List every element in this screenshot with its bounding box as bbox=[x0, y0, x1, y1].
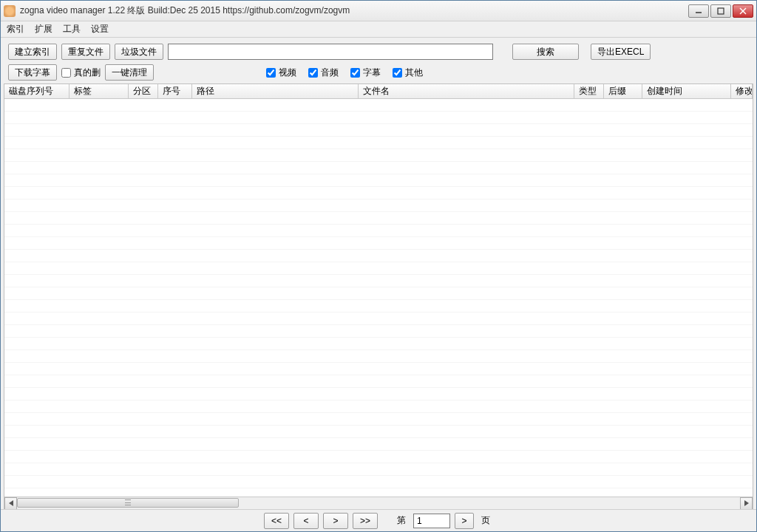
trash-files-button[interactable]: 垃圾文件 bbox=[115, 44, 163, 60]
table-row[interactable] bbox=[4, 438, 753, 451]
triangle-right-icon bbox=[744, 500, 749, 506]
table-row[interactable] bbox=[4, 300, 753, 313]
table-row[interactable] bbox=[4, 338, 753, 350]
really-delete-input[interactable] bbox=[61, 68, 71, 78]
filter-other-label: 其他 bbox=[405, 66, 423, 79]
table-row[interactable] bbox=[4, 313, 753, 325]
filter-video[interactable]: 视频 bbox=[266, 66, 296, 79]
build-index-button[interactable]: 建立索引 bbox=[8, 44, 57, 60]
table-row[interactable] bbox=[4, 488, 753, 497]
table-row[interactable] bbox=[4, 237, 753, 250]
search-input[interactable] bbox=[168, 44, 493, 60]
col-modify[interactable]: 修改 bbox=[731, 84, 753, 98]
table-row[interactable] bbox=[4, 262, 753, 275]
table-row[interactable] bbox=[4, 149, 753, 162]
pager-page-input[interactable] bbox=[413, 514, 450, 528]
really-delete-checkbox[interactable]: 真的删 bbox=[61, 66, 101, 79]
filter-audio-input[interactable] bbox=[308, 68, 318, 78]
close-icon bbox=[739, 7, 747, 15]
pager-page-label: 第 bbox=[397, 514, 406, 527]
svg-marker-5 bbox=[744, 500, 749, 506]
filter-subtitle-input[interactable] bbox=[350, 68, 360, 78]
svg-marker-4 bbox=[9, 500, 13, 506]
filter-other-input[interactable] bbox=[393, 68, 402, 78]
table-row[interactable] bbox=[4, 275, 753, 287]
table-row[interactable] bbox=[4, 124, 753, 137]
col-path[interactable]: 路径 bbox=[192, 84, 359, 98]
table-row[interactable] bbox=[4, 325, 753, 338]
table-row[interactable] bbox=[4, 187, 753, 200]
really-delete-label: 真的删 bbox=[74, 66, 101, 79]
menu-settings[interactable]: 设置 bbox=[91, 23, 109, 35]
pager-prev-button[interactable]: < bbox=[293, 513, 319, 529]
filter-video-input[interactable] bbox=[266, 68, 276, 78]
table-row[interactable] bbox=[4, 99, 753, 112]
filter-subtitle[interactable]: 字幕 bbox=[350, 66, 381, 79]
duplicate-files-button[interactable]: 重复文件 bbox=[61, 44, 110, 60]
table-row[interactable] bbox=[4, 375, 753, 388]
table-row[interactable] bbox=[4, 463, 753, 476]
table-row[interactable] bbox=[4, 250, 753, 262]
table-body[interactable] bbox=[4, 99, 753, 497]
svg-rect-1 bbox=[718, 8, 724, 14]
pager-go-button[interactable]: > bbox=[455, 513, 474, 529]
toolbar-row-2-left: 下载字幕 真的删 一键清理 bbox=[8, 64, 154, 81]
hscroll-grip-icon bbox=[125, 499, 131, 505]
menu-tools[interactable]: 工具 bbox=[63, 23, 81, 35]
table-row[interactable] bbox=[4, 413, 753, 426]
menubar: 索引 扩展 工具 设置 bbox=[1, 21, 756, 38]
download-subtitle-button[interactable]: 下载字幕 bbox=[8, 64, 57, 81]
col-disk-serial[interactable]: 磁盘序列号 bbox=[4, 84, 69, 98]
search-button[interactable]: 搜索 bbox=[512, 44, 579, 60]
table-row[interactable] bbox=[4, 162, 753, 174]
table-row[interactable] bbox=[4, 400, 753, 413]
table-row[interactable] bbox=[4, 112, 753, 124]
table-header: 磁盘序列号 标签 分区 序号 路径 文件名 类型 后缀 创建时间 修改 bbox=[4, 84, 753, 99]
triangle-left-icon bbox=[9, 500, 13, 506]
filter-audio[interactable]: 音频 bbox=[308, 66, 339, 79]
hscroll-track[interactable] bbox=[17, 497, 740, 510]
table-row[interactable] bbox=[4, 225, 753, 237]
menu-extend[interactable]: 扩展 bbox=[35, 23, 52, 35]
col-create-time[interactable]: 创建时间 bbox=[642, 84, 731, 98]
table-row[interactable] bbox=[4, 350, 753, 363]
pager-next-button[interactable]: > bbox=[323, 513, 348, 529]
table-row[interactable] bbox=[4, 388, 753, 400]
col-ext[interactable]: 后缀 bbox=[604, 84, 642, 98]
table-row[interactable] bbox=[4, 200, 753, 212]
pager-first-button[interactable]: << bbox=[264, 513, 289, 529]
content-area: 磁盘序列号 标签 分区 序号 路径 文件名 类型 后缀 创建时间 修改 bbox=[4, 83, 753, 509]
filter-other[interactable]: 其他 bbox=[393, 66, 423, 79]
table-row[interactable] bbox=[4, 476, 753, 488]
table-row[interactable] bbox=[4, 451, 753, 463]
col-seq[interactable]: 序号 bbox=[158, 84, 192, 98]
col-type[interactable]: 类型 bbox=[574, 84, 604, 98]
titlebar[interactable]: zogna video manager 1.22 终版 Build:Dec 25… bbox=[1, 1, 756, 21]
filter-video-label: 视频 bbox=[279, 66, 296, 79]
table-row[interactable] bbox=[4, 137, 753, 149]
col-partition[interactable]: 分区 bbox=[129, 84, 158, 98]
maximize-button[interactable] bbox=[710, 4, 731, 18]
hscroll-right-button[interactable] bbox=[740, 497, 753, 510]
menu-index[interactable]: 索引 bbox=[7, 23, 24, 35]
table-row[interactable] bbox=[4, 174, 753, 187]
table-row[interactable] bbox=[4, 287, 753, 300]
hscroll-left-button[interactable] bbox=[4, 497, 17, 510]
pager-last-button[interactable]: >> bbox=[353, 513, 378, 529]
toolbar-row-1: 建立索引 重复文件 垃圾文件 搜索 导出EXECL bbox=[8, 44, 749, 60]
filter-subtitle-label: 字幕 bbox=[363, 66, 381, 79]
close-button[interactable] bbox=[733, 4, 753, 18]
export-excel-button[interactable]: 导出EXECL bbox=[591, 44, 651, 60]
one-click-clean-button[interactable]: 一键清理 bbox=[105, 64, 154, 81]
pager: << < > >> 第 > 页 bbox=[1, 509, 756, 531]
table-row[interactable] bbox=[4, 363, 753, 375]
col-filename[interactable]: 文件名 bbox=[359, 84, 574, 98]
table-row[interactable] bbox=[4, 212, 753, 225]
minimize-button[interactable] bbox=[688, 4, 709, 18]
hscroll-thumb[interactable] bbox=[17, 498, 239, 508]
minimize-icon bbox=[695, 7, 702, 15]
window-title: zogna video manager 1.22 终版 Build:Dec 25… bbox=[20, 4, 688, 17]
table-row[interactable] bbox=[4, 426, 753, 438]
maximize-icon bbox=[717, 7, 724, 15]
col-label[interactable]: 标签 bbox=[69, 84, 129, 98]
